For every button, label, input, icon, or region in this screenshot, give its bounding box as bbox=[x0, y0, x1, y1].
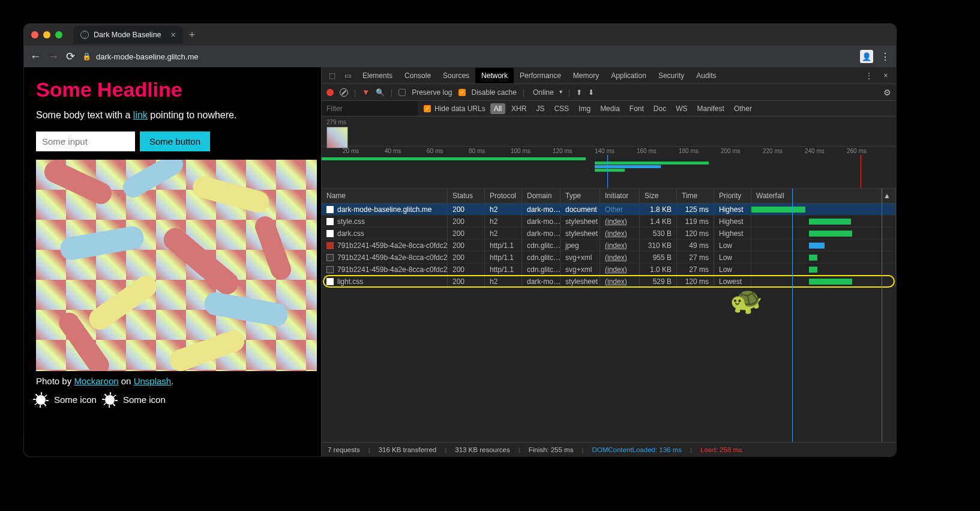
icon-label-1: Some icon bbox=[54, 395, 97, 405]
close-tab-icon[interactable]: × bbox=[171, 30, 176, 40]
filter-type-font[interactable]: Font bbox=[626, 103, 648, 114]
overview-thumbnail bbox=[326, 127, 348, 148]
col-protocol[interactable]: Protocol bbox=[485, 189, 522, 203]
browser-window: Dark Mode Baseline × + ← → ⟳ 🔒 dark-mode… bbox=[24, 24, 896, 456]
filter-type-doc[interactable]: Doc bbox=[650, 103, 670, 114]
devtools-tab-audits[interactable]: Audits bbox=[690, 68, 722, 83]
menu-button[interactable]: ⋮ bbox=[880, 51, 890, 62]
author-link[interactable]: Mockaroon bbox=[74, 376, 118, 386]
browser-toolbar: ← → ⟳ 🔒 dark-mode-baseline.glitch.me 👤 ⋮ bbox=[24, 46, 896, 67]
table-row[interactable]: 791b2241-459b-4a2e-8cca-c0fdc2…200http/1… bbox=[322, 252, 896, 264]
devtools-tab-performance[interactable]: Performance bbox=[514, 68, 567, 83]
new-tab-button[interactable]: + bbox=[189, 29, 196, 41]
traffic-lights bbox=[31, 31, 62, 38]
device-icon[interactable]: ▭ bbox=[341, 69, 354, 82]
devtools-close-icon[interactable]: × bbox=[879, 69, 892, 82]
back-button[interactable]: ← bbox=[30, 50, 41, 63]
site-link[interactable]: Unsplash bbox=[134, 376, 172, 386]
hide-data-checkbox[interactable]: ✓ bbox=[424, 105, 431, 112]
filter-type-js[interactable]: JS bbox=[532, 103, 548, 114]
address-bar[interactable]: 🔒 dark-mode-baseline.glitch.me bbox=[82, 52, 853, 61]
disable-cache-checkbox[interactable]: ✓ bbox=[458, 89, 466, 96]
tab-title: Dark Mode Baseline bbox=[94, 31, 161, 39]
forward-button[interactable]: → bbox=[48, 50, 59, 63]
text-input[interactable] bbox=[36, 132, 135, 151]
ruler-tick: 180 ms bbox=[679, 148, 699, 154]
upload-icon[interactable]: ⬆ bbox=[576, 88, 582, 97]
filter-type-ws[interactable]: WS bbox=[672, 103, 691, 114]
filter-type-img[interactable]: Img bbox=[575, 103, 594, 114]
filter-type-other[interactable]: Other bbox=[730, 103, 756, 114]
devtools-tab-elements[interactable]: Elements bbox=[356, 68, 398, 83]
icon-label-2: Some icon bbox=[123, 395, 166, 405]
devtools-tab-security[interactable]: Security bbox=[652, 68, 690, 83]
throttling-select[interactable]: Online bbox=[531, 87, 562, 98]
table-row[interactable]: 791b2241-459b-4a2e-8cca-c0fdc2…200http/1… bbox=[322, 264, 896, 276]
inspect-icon[interactable]: ⬚ bbox=[325, 69, 338, 82]
settings-icon[interactable]: ⚙ bbox=[883, 88, 891, 97]
overview-label: 279 ms bbox=[326, 119, 346, 125]
table-row[interactable]: style.css200h2dark-mo…stylesheet(index)1… bbox=[322, 216, 896, 228]
status-transferred: 316 KB transferred bbox=[379, 446, 437, 453]
timeline-ruler[interactable]: 20 ms40 ms60 ms80 ms100 ms120 ms140 ms16… bbox=[322, 147, 896, 189]
ruler-tick: 120 ms bbox=[553, 148, 573, 154]
col-type[interactable]: Type bbox=[561, 189, 600, 203]
filter-icon[interactable]: ▼ bbox=[362, 88, 370, 97]
filter-type-media[interactable]: Media bbox=[597, 103, 624, 114]
devtools-tab-network[interactable]: Network bbox=[475, 68, 514, 83]
filter-type-css[interactable]: CSS bbox=[550, 103, 573, 114]
network-table: Name Status Protocol Domain Type Initiat… bbox=[322, 189, 896, 442]
browser-tab[interactable]: Dark Mode Baseline × bbox=[73, 26, 183, 44]
col-waterfall[interactable]: Waterfall▲ bbox=[751, 189, 896, 203]
ruler-tick: 20 ms bbox=[343, 148, 359, 154]
sun-icon bbox=[105, 395, 115, 405]
col-size[interactable]: Size bbox=[640, 189, 677, 203]
status-dcl: DOMContentLoaded: 136 ms bbox=[592, 446, 682, 453]
maximize-button[interactable] bbox=[55, 31, 62, 38]
col-domain[interactable]: Domain bbox=[522, 189, 561, 203]
col-initiator[interactable]: Initiator bbox=[600, 189, 640, 203]
ruler-tick: 260 ms bbox=[847, 148, 867, 154]
col-priority[interactable]: Priority bbox=[714, 189, 751, 203]
filter-input[interactable] bbox=[322, 101, 418, 116]
extension-icon[interactable]: 👤 bbox=[860, 50, 873, 63]
reload-button[interactable]: ⟳ bbox=[66, 50, 75, 63]
download-icon[interactable]: ⬇ bbox=[588, 88, 594, 97]
devtools-tab-sources[interactable]: Sources bbox=[437, 68, 475, 83]
devtools-tab-console[interactable]: Console bbox=[398, 68, 437, 83]
close-button[interactable] bbox=[31, 31, 38, 38]
photo-caption: Photo by Mockaroon on Unsplash. bbox=[36, 376, 309, 386]
url-text: dark-mode-baseline.glitch.me bbox=[96, 52, 199, 61]
table-row[interactable]: dark.css200h2dark-mo…stylesheet(index)53… bbox=[322, 228, 896, 240]
search-icon[interactable]: 🔍 bbox=[376, 88, 385, 97]
devtools-panel: ⬚ ▭ ElementsConsoleSourcesNetworkPerform… bbox=[321, 67, 896, 456]
clear-button[interactable] bbox=[340, 88, 348, 97]
table-row[interactable]: light.css200h2dark-mo…stylesheet(index)5… bbox=[322, 276, 896, 288]
content-area: Some Headline Some body text with a link… bbox=[24, 67, 896, 456]
hide-data-label: Hide data URLs bbox=[434, 104, 485, 113]
devtools-menu-icon[interactable]: ⋮ bbox=[862, 69, 876, 82]
filter-type-all[interactable]: All bbox=[490, 103, 505, 114]
preserve-log-checkbox[interactable] bbox=[398, 89, 406, 96]
col-name[interactable]: Name bbox=[322, 189, 448, 203]
ruler-tick: 100 ms bbox=[511, 148, 531, 154]
devtools-tab-application[interactable]: Application bbox=[605, 68, 652, 83]
col-time[interactable]: Time bbox=[677, 189, 714, 203]
minimize-button[interactable] bbox=[43, 31, 50, 38]
filter-row: ✓ Hide data URLs AllXHRJSCSSImgMediaFont… bbox=[322, 101, 896, 116]
page-viewport: Some Headline Some body text with a link… bbox=[24, 67, 321, 456]
body-link[interactable]: link bbox=[133, 110, 148, 120]
filter-type-xhr[interactable]: XHR bbox=[508, 103, 530, 114]
table-row[interactable]: 791b2241-459b-4a2e-8cca-c0fdc2…200http/1… bbox=[322, 240, 896, 252]
network-toolbar: | ▼ 🔍 | Preserve log ✓ Disable cache | O… bbox=[322, 84, 896, 101]
overview-pane[interactable]: 279 ms bbox=[322, 116, 896, 147]
ruler-tick: 40 ms bbox=[385, 148, 401, 154]
table-row[interactable]: dark-mode-baseline.glitch.me200h2dark-mo… bbox=[322, 204, 896, 216]
filter-type-manifest[interactable]: Manifest bbox=[694, 103, 728, 114]
ruler-tick: 200 ms bbox=[721, 148, 741, 154]
col-status[interactable]: Status bbox=[448, 189, 485, 203]
titlebar: Dark Mode Baseline × + bbox=[24, 24, 896, 46]
record-button[interactable] bbox=[326, 89, 334, 96]
devtools-tab-memory[interactable]: Memory bbox=[567, 68, 605, 83]
submit-button[interactable]: Some button bbox=[140, 132, 210, 151]
